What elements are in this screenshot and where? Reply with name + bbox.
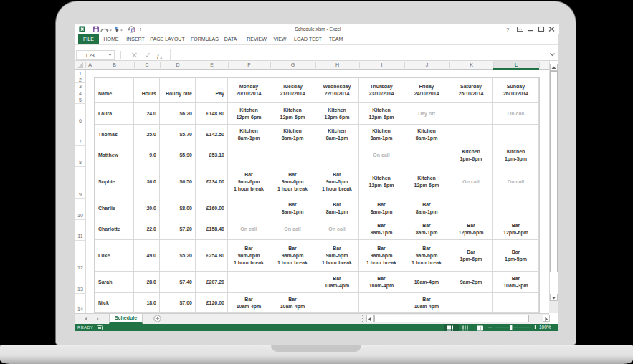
svg-text:H: H <box>132 28 135 32</box>
svg-text:x: x <box>160 55 163 59</box>
svg-text:f: f <box>157 52 160 59</box>
svg-text:?: ? <box>506 27 510 33</box>
